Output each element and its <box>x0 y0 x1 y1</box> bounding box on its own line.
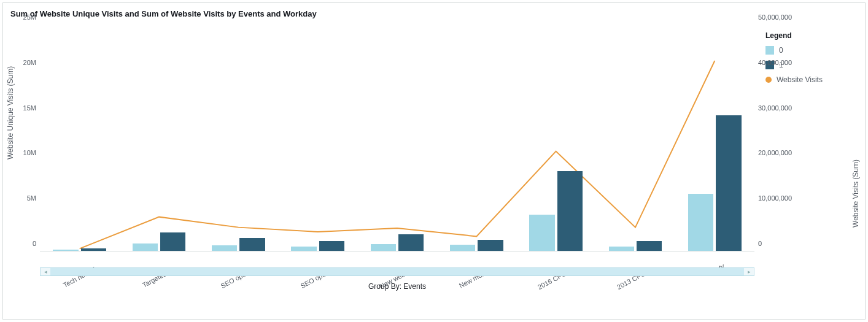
y-right-tick: 20,000,000 <box>758 149 792 156</box>
bar-group[interactable]: 2016 CPC ca… <box>526 171 586 251</box>
y-axis-left-label: Website Unique Visits (Sum) <box>6 66 15 159</box>
bar-series-0[interactable] <box>609 247 634 251</box>
legend-title: Legend <box>765 31 858 40</box>
y-right-tick: 0 <box>758 240 762 247</box>
bar-group[interactable]: empty <box>684 115 745 251</box>
bar-series-1[interactable] <box>478 240 503 251</box>
bar-group[interactable]: Targeted ou… <box>129 232 189 251</box>
bar-group[interactable]: SEO optimiz… <box>208 238 268 251</box>
bar-series-0[interactable] <box>450 245 475 251</box>
bar-series-0[interactable] <box>371 244 396 251</box>
bar-series-1[interactable] <box>239 238 265 251</box>
line-series <box>40 25 754 251</box>
bar-group[interactable]: 2013 CPC ca… <box>605 241 665 251</box>
chevron-right-icon[interactable]: ▸ <box>744 268 754 275</box>
y-left-tick: 10M <box>23 149 36 156</box>
y-right-tick: 10,000,000 <box>758 194 792 202</box>
bar-group[interactable]: New mobile … <box>446 240 506 251</box>
bar-series-1[interactable] <box>160 232 185 251</box>
chevron-left-icon[interactable]: ◂ <box>41 268 50 275</box>
circle-icon <box>765 77 772 83</box>
legend-label: 0 <box>779 46 783 55</box>
bar-series-1[interactable] <box>637 241 662 251</box>
line-path[interactable] <box>80 61 715 248</box>
bar-series-1[interactable] <box>557 171 583 251</box>
y-left-tick: 25M <box>23 13 36 21</box>
y-left-tick: 5M <box>27 194 36 202</box>
x-category-label: 2013 CPC ca… <box>616 263 661 291</box>
y-right-tick: 30,000,000 <box>758 104 792 112</box>
y-left-tick: 0 <box>33 240 36 247</box>
bar-series-1[interactable] <box>319 241 344 251</box>
y-right-tick: 50,000,000 <box>758 13 792 21</box>
bar-series-0[interactable] <box>53 250 78 251</box>
bar-group[interactable]: New website… <box>367 234 427 251</box>
bar-series-1[interactable] <box>398 234 424 251</box>
bar-series-0[interactable] <box>291 247 316 251</box>
y-axis-right-label: Website Visits (Sum) <box>851 159 860 228</box>
bar-series-1[interactable] <box>716 115 741 251</box>
chart-area: Website Unique Visits (Sum) Website Visi… <box>40 25 754 294</box>
bar-series-0[interactable] <box>212 245 237 251</box>
bar-group[interactable]: SEO optimiz… <box>288 241 348 251</box>
legend-label: Website Visits <box>777 75 823 84</box>
bar-group[interactable]: Tech news f… <box>50 248 110 251</box>
chart-title: Sum of Website Unique Visits and Sum of … <box>3 3 865 25</box>
x-scrollbar[interactable]: ◂ ▸ <box>40 267 754 276</box>
bar-series-0[interactable] <box>133 243 158 251</box>
plot-region[interactable]: 05M10M15M20M25M010,000,00020,000,00030,0… <box>40 25 754 251</box>
square-icon <box>765 46 774 55</box>
legend-item-line[interactable]: Website Visits <box>765 75 858 84</box>
y-left-tick: 20M <box>23 59 36 66</box>
x-category-label: 2016 CPC ca… <box>537 263 581 291</box>
y-left-tick: 15M <box>23 104 36 112</box>
bar-series-0[interactable] <box>529 215 554 251</box>
x-axis-label: Group By: Events <box>368 282 426 291</box>
y-right-tick: 40,000,000 <box>758 59 792 66</box>
chart-card: Sum of Website Unique Visits and Sum of … <box>2 2 866 320</box>
legend-item-0[interactable]: 0 <box>765 46 858 55</box>
bar-series-1[interactable] <box>81 248 106 251</box>
bar-series-0[interactable] <box>688 194 713 251</box>
